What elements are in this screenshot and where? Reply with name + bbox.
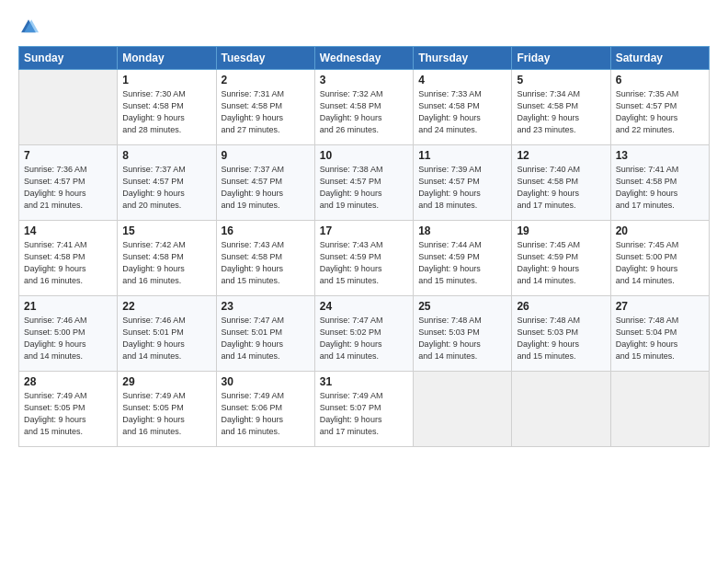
day-info: Sunrise: 7:48 AM Sunset: 5:03 PM Dayligh… (517, 315, 605, 362)
day-info: Sunrise: 7:37 AM Sunset: 4:57 PM Dayligh… (122, 164, 210, 212)
day-number: 15 (122, 224, 210, 237)
header-day-monday: Monday (118, 47, 216, 70)
calendar-cell: 6Sunrise: 7:35 AM Sunset: 4:57 PM Daylig… (610, 70, 709, 145)
calendar-week-row: 7Sunrise: 7:36 AM Sunset: 4:57 PM Daylig… (19, 145, 710, 221)
calendar-cell (610, 372, 709, 447)
day-number: 26 (517, 300, 605, 313)
day-number: 28 (24, 375, 112, 388)
calendar-header-row: SundayMondayTuesdayWednesdayThursdayFrid… (19, 47, 710, 70)
calendar-cell: 5Sunrise: 7:34 AM Sunset: 4:58 PM Daylig… (512, 70, 610, 145)
calendar-cell: 20Sunrise: 7:45 AM Sunset: 5:00 PM Dayli… (610, 221, 709, 296)
day-info: Sunrise: 7:43 AM Sunset: 4:58 PM Dayligh… (222, 239, 310, 287)
day-info: Sunrise: 7:45 AM Sunset: 4:59 PM Dayligh… (517, 239, 605, 287)
day-info: Sunrise: 7:36 AM Sunset: 4:57 PM Dayligh… (24, 164, 112, 212)
calendar-cell: 22Sunrise: 7:46 AM Sunset: 5:01 PM Dayli… (118, 296, 216, 372)
calendar-cell: 23Sunrise: 7:47 AM Sunset: 5:01 PM Dayli… (216, 296, 314, 372)
day-info: Sunrise: 7:30 AM Sunset: 4:58 PM Dayligh… (122, 88, 210, 136)
day-number: 17 (320, 224, 408, 237)
day-info: Sunrise: 7:49 AM Sunset: 5:07 PM Dayligh… (320, 390, 408, 438)
day-info: Sunrise: 7:46 AM Sunset: 5:01 PM Dayligh… (122, 315, 210, 362)
calendar-cell (414, 372, 512, 447)
day-number: 31 (320, 375, 408, 388)
calendar-week-row: 14Sunrise: 7:41 AM Sunset: 4:58 PM Dayli… (19, 221, 710, 296)
day-info: Sunrise: 7:33 AM Sunset: 4:58 PM Dayligh… (418, 88, 506, 136)
day-number: 20 (616, 224, 704, 237)
day-info: Sunrise: 7:46 AM Sunset: 5:00 PM Dayligh… (24, 315, 112, 362)
day-number: 11 (418, 149, 506, 162)
day-number: 27 (616, 300, 704, 313)
header-day-thursday: Thursday (414, 47, 512, 70)
day-number: 21 (24, 300, 112, 313)
logo-icon (18, 17, 39, 37)
day-info: Sunrise: 7:40 AM Sunset: 4:58 PM Dayligh… (517, 164, 605, 212)
day-number: 29 (122, 375, 210, 388)
day-number: 7 (24, 149, 112, 162)
day-number: 12 (517, 149, 605, 162)
day-number: 9 (222, 149, 310, 162)
day-info: Sunrise: 7:35 AM Sunset: 4:57 PM Dayligh… (616, 88, 704, 136)
day-number: 19 (517, 224, 605, 237)
day-info: Sunrise: 7:45 AM Sunset: 5:00 PM Dayligh… (616, 239, 704, 287)
day-info: Sunrise: 7:43 AM Sunset: 4:59 PM Dayligh… (320, 239, 408, 287)
calendar-cell: 14Sunrise: 7:41 AM Sunset: 4:58 PM Dayli… (19, 221, 118, 296)
calendar-cell: 17Sunrise: 7:43 AM Sunset: 4:59 PM Dayli… (314, 221, 413, 296)
header-day-tuesday: Tuesday (216, 47, 314, 70)
day-number: 3 (320, 74, 408, 86)
day-number: 10 (320, 149, 408, 162)
calendar-cell: 18Sunrise: 7:44 AM Sunset: 4:59 PM Dayli… (414, 221, 512, 296)
calendar-week-row: 1Sunrise: 7:30 AM Sunset: 4:58 PM Daylig… (19, 70, 710, 145)
calendar-cell: 19Sunrise: 7:45 AM Sunset: 4:59 PM Dayli… (512, 221, 610, 296)
day-number: 14 (24, 224, 112, 237)
day-info: Sunrise: 7:42 AM Sunset: 4:58 PM Dayligh… (122, 239, 210, 287)
calendar-cell: 9Sunrise: 7:37 AM Sunset: 4:57 PM Daylig… (216, 145, 314, 221)
calendar-table: SundayMondayTuesdayWednesdayThursdayFrid… (18, 46, 710, 447)
day-info: Sunrise: 7:34 AM Sunset: 4:58 PM Dayligh… (517, 88, 605, 136)
day-info: Sunrise: 7:38 AM Sunset: 4:57 PM Dayligh… (320, 164, 408, 212)
calendar-cell: 4Sunrise: 7:33 AM Sunset: 4:58 PM Daylig… (414, 70, 512, 145)
day-info: Sunrise: 7:41 AM Sunset: 4:58 PM Dayligh… (24, 239, 112, 287)
day-number: 1 (122, 74, 210, 86)
day-number: 6 (616, 74, 704, 86)
day-info: Sunrise: 7:47 AM Sunset: 5:02 PM Dayligh… (320, 315, 408, 362)
calendar-cell: 21Sunrise: 7:46 AM Sunset: 5:00 PM Dayli… (19, 296, 118, 372)
logo (18, 17, 42, 37)
day-number: 23 (222, 300, 310, 313)
header-day-friday: Friday (512, 47, 610, 70)
header-day-wednesday: Wednesday (314, 47, 413, 70)
day-number: 22 (122, 300, 210, 313)
calendar-cell (19, 70, 118, 145)
calendar-cell: 31Sunrise: 7:49 AM Sunset: 5:07 PM Dayli… (314, 372, 413, 447)
day-info: Sunrise: 7:37 AM Sunset: 4:57 PM Dayligh… (222, 164, 310, 212)
day-number: 24 (320, 300, 408, 313)
day-number: 30 (222, 375, 310, 388)
calendar-cell: 8Sunrise: 7:37 AM Sunset: 4:57 PM Daylig… (118, 145, 216, 221)
calendar-cell: 1Sunrise: 7:30 AM Sunset: 4:58 PM Daylig… (118, 70, 216, 145)
day-info: Sunrise: 7:49 AM Sunset: 5:05 PM Dayligh… (122, 390, 210, 438)
calendar-cell: 15Sunrise: 7:42 AM Sunset: 4:58 PM Dayli… (118, 221, 216, 296)
calendar-cell: 11Sunrise: 7:39 AM Sunset: 4:57 PM Dayli… (414, 145, 512, 221)
calendar-week-row: 28Sunrise: 7:49 AM Sunset: 5:05 PM Dayli… (19, 372, 710, 447)
day-number: 8 (122, 149, 210, 162)
day-info: Sunrise: 7:44 AM Sunset: 4:59 PM Dayligh… (418, 239, 506, 287)
calendar-cell: 30Sunrise: 7:49 AM Sunset: 5:06 PM Dayli… (216, 372, 314, 447)
header-day-sunday: Sunday (19, 47, 118, 70)
header-day-saturday: Saturday (610, 47, 709, 70)
calendar-cell: 29Sunrise: 7:49 AM Sunset: 5:05 PM Dayli… (118, 372, 216, 447)
day-number: 2 (222, 74, 310, 86)
day-number: 5 (517, 74, 605, 86)
day-info: Sunrise: 7:48 AM Sunset: 5:04 PM Dayligh… (616, 315, 704, 362)
calendar-cell: 25Sunrise: 7:48 AM Sunset: 5:03 PM Dayli… (414, 296, 512, 372)
day-info: Sunrise: 7:32 AM Sunset: 4:58 PM Dayligh… (320, 88, 408, 136)
calendar-page: SundayMondayTuesdayWednesdayThursdayFrid… (0, 0, 728, 563)
calendar-cell: 3Sunrise: 7:32 AM Sunset: 4:58 PM Daylig… (314, 70, 413, 145)
calendar-cell: 24Sunrise: 7:47 AM Sunset: 5:02 PM Dayli… (314, 296, 413, 372)
calendar-cell: 27Sunrise: 7:48 AM Sunset: 5:04 PM Dayli… (610, 296, 709, 372)
calendar-cell: 28Sunrise: 7:49 AM Sunset: 5:05 PM Dayli… (19, 372, 118, 447)
calendar-cell: 2Sunrise: 7:31 AM Sunset: 4:58 PM Daylig… (216, 70, 314, 145)
page-header (18, 17, 710, 37)
day-info: Sunrise: 7:39 AM Sunset: 4:57 PM Dayligh… (418, 164, 506, 212)
day-number: 13 (616, 149, 704, 162)
calendar-cell: 7Sunrise: 7:36 AM Sunset: 4:57 PM Daylig… (19, 145, 118, 221)
day-number: 25 (418, 300, 506, 313)
calendar-cell: 26Sunrise: 7:48 AM Sunset: 5:03 PM Dayli… (512, 296, 610, 372)
